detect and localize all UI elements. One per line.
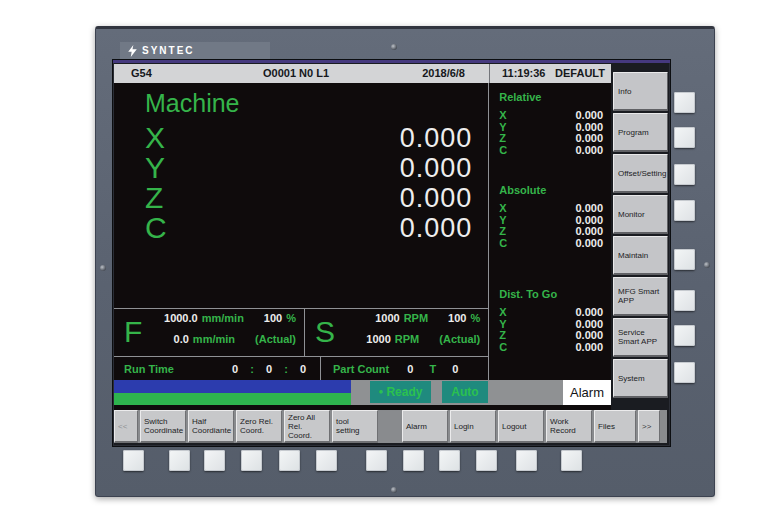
- softkey-tool-setting[interactable]: tool setting: [332, 410, 378, 443]
- physical-key[interactable]: [204, 450, 225, 471]
- axis-row: C 0.000: [489, 342, 611, 354]
- run-time-label: Run Time: [124, 363, 174, 375]
- axis-row: C 0.000: [489, 145, 611, 157]
- program-indicator: O0001 N0 L1: [263, 67, 329, 79]
- physical-key[interactable]: [674, 249, 695, 270]
- softkey-files[interactable]: Files: [594, 410, 636, 443]
- feed-set-line: 1000.0 mm/min 100 %: [162, 312, 296, 333]
- spindle-override-unit: %: [470, 312, 480, 324]
- axis-value: 0.000: [575, 133, 603, 145]
- clock-display: 11:19:36: [502, 67, 545, 79]
- softkey-work-record[interactable]: Work Record: [546, 410, 592, 443]
- progress-bar-green: [114, 393, 351, 405]
- physical-key[interactable]: [403, 450, 424, 471]
- status-bar: ● Ready Auto Alarm: [114, 380, 611, 405]
- absolute-section: Absolute X 0.000 Y 0.000 Z 0.: [489, 184, 611, 249]
- physical-key[interactable]: [674, 290, 695, 311]
- physical-key[interactable]: [674, 200, 695, 221]
- menu-system[interactable]: System: [613, 359, 668, 398]
- axis-value: 0.000: [400, 123, 473, 154]
- menu-service-smart-app[interactable]: Service Smart APP: [613, 318, 668, 357]
- screw: [391, 44, 397, 50]
- screen-top-accent: [113, 60, 670, 63]
- menu-mfg-smart-app[interactable]: MFG Smart APP: [613, 277, 668, 316]
- softkey-spacer: [380, 410, 400, 443]
- feed-actual-line: 0.0 mm/min (Actual): [162, 333, 296, 354]
- axis-row: Z 0.000: [489, 133, 611, 145]
- spindle-actual-line: 1000 RPM (Actual): [353, 333, 480, 354]
- axis-row: Z 0.000: [489, 330, 611, 342]
- physical-key[interactable]: [279, 450, 300, 471]
- spindle-set-line: 1000 RPM 100 %: [353, 312, 480, 333]
- axis-value: 0.000: [575, 110, 603, 122]
- physical-key[interactable]: [674, 362, 695, 383]
- physical-key[interactable]: [516, 450, 537, 471]
- physical-key[interactable]: [674, 325, 695, 346]
- spindle-box: S 1000 RPM 100 %: [305, 309, 488, 356]
- physical-key[interactable]: [674, 127, 695, 148]
- menu-offset-setting[interactable]: Offset/Setting: [613, 154, 668, 193]
- softkey-zero-rel-coord[interactable]: Zero Rel. Coord.: [236, 410, 282, 443]
- menu-maintain[interactable]: Maintain: [613, 236, 668, 275]
- physical-key[interactable]: [561, 450, 582, 471]
- title-bar-right: 11:19:36 DEFAULT: [490, 64, 611, 83]
- axis-row: Z 0.000: [489, 226, 611, 238]
- physical-key[interactable]: [316, 450, 337, 471]
- counters-row: Run Time 0 : 0 : 0 Part Count: [114, 357, 488, 380]
- spindle-lines: 1000 RPM 100 % 1000 RPM: [353, 312, 480, 354]
- title-bar: G54 O0001 N0 L1 2018/6/8 11:19:36 DEFAUL…: [114, 64, 611, 83]
- run-time-seconds: 0: [292, 363, 314, 375]
- axis-row: C 0.000: [145, 213, 472, 243]
- softkey-login[interactable]: Login: [450, 410, 496, 443]
- physical-key[interactable]: [476, 450, 497, 471]
- axis-value: 0.000: [575, 238, 603, 250]
- spindle-set-value: 1000: [375, 312, 399, 324]
- feed-box: F 1000.0 mm/min 100 %: [114, 309, 305, 356]
- relative-section: Relative X 0.000 Y 0.000 Z 0.: [489, 91, 611, 156]
- axis-value: 0.000: [400, 213, 473, 244]
- axis-row: Z 0.000: [145, 183, 472, 213]
- softkey-page-left[interactable]: <<: [114, 410, 138, 443]
- screw: [704, 262, 710, 268]
- axis-name: Z: [499, 133, 506, 145]
- spindle-label: S: [315, 312, 335, 352]
- softkey-alarm[interactable]: Alarm: [402, 410, 448, 443]
- feed-actual-tag: (Actual): [255, 333, 296, 345]
- feed-actual-value: 0.0: [174, 333, 189, 345]
- axis-name: X: [145, 123, 165, 153]
- dist-to-go-section: Dist. To Go X 0.000 Y 0.000 Z: [489, 288, 611, 353]
- feed-set-unit: mm/min: [202, 312, 244, 324]
- physical-key[interactable]: [674, 92, 695, 113]
- softkey-half-coordinate[interactable]: Half Coordiante: [188, 410, 234, 443]
- part-count-value: 0: [407, 363, 413, 375]
- axis-row: X 0.000: [489, 307, 611, 319]
- softkey-switch-coordinate[interactable]: Switch Coordinate: [140, 410, 186, 443]
- physical-key[interactable]: [674, 164, 695, 185]
- alarm-indicator: Alarm: [563, 380, 611, 405]
- menu-info[interactable]: Info: [613, 72, 668, 111]
- menu-program[interactable]: Program: [613, 113, 668, 152]
- bottom-softkey-row: << Switch Coordinate Half Coordiante Zer…: [114, 410, 667, 443]
- axis-name: C: [499, 238, 507, 250]
- physical-key[interactable]: [366, 450, 387, 471]
- axis-row: X 0.000: [489, 110, 611, 122]
- main-display: G54 O0001 N0 L1 2018/6/8 11:19:36 DEFAUL…: [114, 64, 611, 442]
- feed-override-unit: %: [286, 312, 296, 324]
- machine-dro-title: Machine: [145, 89, 240, 118]
- axis-name: Y: [145, 153, 165, 183]
- part-count-value-group: 0 T 0: [407, 363, 458, 375]
- softkey-page-right[interactable]: >>: [638, 410, 660, 443]
- menu-monitor[interactable]: Monitor: [613, 195, 668, 234]
- wcs-indicator: G54: [131, 67, 152, 79]
- softkey-logout[interactable]: Logout: [498, 410, 544, 443]
- axis-value: 0.000: [575, 226, 603, 238]
- right-menu-column: Info Program Offset/Setting Monitor Main…: [613, 72, 668, 400]
- physical-key[interactable]: [123, 450, 144, 471]
- date-display: 2018/6/8: [422, 67, 465, 79]
- physical-key[interactable]: [169, 450, 190, 471]
- physical-key[interactable]: [439, 450, 460, 471]
- spindle-actual-tag: (Actual): [439, 333, 480, 345]
- physical-key[interactable]: [241, 450, 262, 471]
- lcd-screen: G54 O0001 N0 L1 2018/6/8 11:19:36 DEFAUL…: [112, 59, 671, 447]
- softkey-zero-all-rel-coord[interactable]: Zero All Rel. Coord.: [284, 410, 330, 443]
